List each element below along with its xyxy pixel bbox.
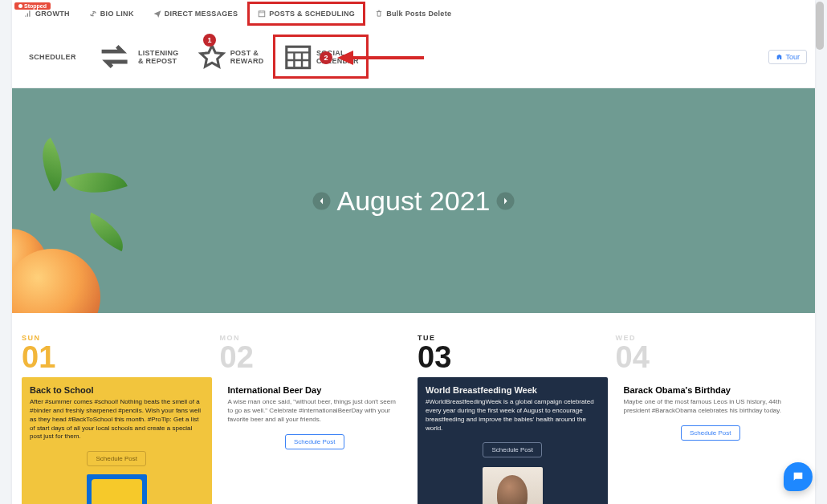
prev-month-button[interactable] — [313, 192, 331, 209]
chat-icon — [792, 470, 805, 483]
top-nav: GROWTH BIO LINK DIRECT MESSAGES POSTS & … — [12, 0, 815, 26]
event-title: World Breastfeeding Week — [426, 385, 600, 395]
tab-social-calendar[interactable]: SOCIAL CALENDAR — [273, 35, 369, 78]
paper-plane-icon — [153, 10, 161, 18]
event-description: A wise man once said, "without beer, thi… — [228, 398, 402, 424]
sub-nav: SCHEDULER LISTENING & REPOST POST & REWA… — [17, 30, 369, 83]
day-number: 04 — [616, 342, 806, 372]
day-number: 03 — [418, 342, 608, 372]
schedule-post-button[interactable]: Schedule Post — [483, 442, 542, 457]
event-title: Back to School — [30, 385, 204, 395]
event-tile: World Breastfeeding Week #WorldBreastfee… — [418, 377, 608, 504]
nav-bulk-delete[interactable]: Bulk Posts Delete — [365, 2, 461, 25]
tab-scheduler[interactable]: SCHEDULER — [17, 47, 85, 67]
svg-rect-0 — [259, 11, 265, 17]
day-card-02: MON 02 International Beer Day A wise man… — [220, 334, 410, 504]
page-scrollbar[interactable] — [816, 0, 825, 504]
chevron-left-icon — [318, 197, 326, 205]
mother-baby-image — [483, 467, 543, 504]
event-tile: Barack Obama's Birthday Maybe one of the… — [616, 377, 806, 452]
link-icon — [89, 10, 97, 18]
building-icon — [776, 53, 783, 60]
tour-button[interactable]: Tour — [768, 50, 807, 64]
event-description: After #summer comes #school! Nothing bea… — [30, 398, 204, 441]
day-number: 01 — [22, 342, 212, 372]
nav-direct-messages[interactable]: DIRECT MESSAGES — [144, 2, 248, 25]
calendar-grid: SUN 01 Back to School After #summer come… — [12, 313, 815, 504]
chevron-right-icon — [501, 197, 509, 205]
day-card-03: TUE 03 World Breastfeeding Week #WorldBr… — [418, 334, 608, 504]
trash-icon — [375, 10, 383, 18]
hero-banner: August 2021 — [12, 88, 815, 313]
tab-listening-repost[interactable]: LISTENING & REPOST — [85, 30, 188, 83]
chart-bar-icon — [24, 10, 32, 18]
calendar-icon — [258, 10, 266, 18]
repost-icon — [94, 36, 135, 77]
tab-post-reward[interactable]: POST & REWARD — [188, 36, 273, 78]
stopped-badge: Stopped — [14, 2, 51, 10]
calendar-grid-icon — [283, 41, 313, 71]
schedule-post-button[interactable]: Schedule Post — [87, 451, 146, 466]
event-tile: International Beer Day A wise man once s… — [220, 377, 410, 460]
school-bus-image — [87, 474, 147, 504]
peach-illustration — [12, 144, 157, 313]
schedule-post-button[interactable]: Schedule Post — [681, 425, 740, 441]
chat-fab-button[interactable] — [784, 462, 813, 491]
svg-rect-2 — [286, 47, 309, 68]
day-number: 02 — [220, 342, 410, 372]
schedule-post-button[interactable]: Schedule Post — [285, 434, 344, 449]
day-card-04: WED 04 Barack Obama's Birthday Maybe one… — [616, 334, 806, 504]
day-card-01: SUN 01 Back to School After #summer come… — [22, 334, 212, 504]
event-tile: Back to School After #summer comes #scho… — [22, 377, 212, 504]
nav-biolink[interactable]: BIO LINK — [79, 2, 144, 25]
event-title: Barack Obama's Birthday — [624, 385, 798, 395]
month-title: August 2021 — [337, 185, 491, 217]
event-title: International Beer Day — [228, 385, 402, 395]
event-description: #WorldBreastfeedingWeek is a global camp… — [426, 398, 600, 433]
nav-posts-scheduling[interactable]: POSTS & SCHEDULING — [247, 2, 365, 26]
star-icon — [197, 42, 227, 72]
next-month-button[interactable] — [496, 192, 514, 209]
event-description: Maybe one of the most famous Leos in US … — [624, 398, 798, 416]
